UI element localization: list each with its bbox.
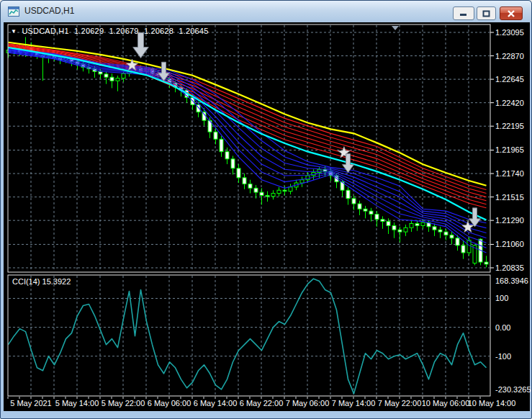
candle-body [116,78,120,81]
candle-body [306,176,310,180]
candle-body [364,209,367,211]
price-scale-label: 1.20835 [495,263,524,273]
candle-body [358,204,361,209]
indicator-scale-label: 100 [495,294,508,303]
candle-body [122,73,125,78]
candle-body [461,245,465,253]
candle-body [243,178,246,184]
candle-body [421,222,425,225]
candle-body [450,235,454,238]
indicator-scale-label: 0.00 [495,323,510,333]
indicator-scale-label: -100 [495,352,511,361]
time-scale-label: 10 May 14:00 [468,399,516,408]
candle-body [214,132,217,139]
price-scale-label: 1.22195 [495,122,524,131]
quote-low: 1.20628 [144,27,173,35]
candle-body [231,159,235,168]
candle-body [444,232,448,235]
price-scale-label: 1.22870 [495,52,524,61]
candle-body [375,214,379,219]
cci-line [9,279,487,394]
price-scale-label: 1.23095 [495,28,524,37]
long-ema-ribbon [9,45,487,200]
candle-body [300,180,304,183]
candle-body [260,192,263,195]
time-scale-label: 6 May 14:00 [194,399,238,408]
candle-body [110,77,114,81]
candle-body [433,227,436,230]
price-scale-label: 1.22645 [495,75,524,84]
time-scale-label: 5 May 22:00 [102,399,145,408]
long-ema-ribbon [9,46,487,204]
candle-body [104,74,108,77]
price-scale-label: 1.21965 [495,145,524,155]
indicator-panel-border [8,275,490,396]
time-scale-label: 7 May 06:00 [286,399,330,408]
candle-body [438,230,442,232]
time-scale-label: 5 May 14:00 [55,399,99,408]
indicator-scale-label: 168.3946 [495,276,528,286]
price-scale-label: 1.22420 [495,99,524,108]
candle-body [415,224,419,226]
chart-window: USDCAD,H1 ▼ USDCAD,H1 1.20629 1.20679 1.… [0,0,532,419]
candle-body [398,230,402,232]
candle-body [404,227,407,232]
candle-body [289,187,292,192]
quote-header[interactable]: ▼ USDCAD,H1 1.20629 1.20679 1.20628 1.20… [11,27,212,35]
price-scale-label: 1.21290 [495,216,524,225]
indicator-header: CCI(14) 15.3922 [12,277,71,286]
candle-body [248,184,252,189]
time-scale-label: 7 May 22:00 [378,399,422,408]
candle-body [254,188,258,192]
price-chart-canvas[interactable] [1,1,532,419]
indicator-scale-label: -230.3265 [495,385,531,395]
price-scale-label: 1.21515 [495,193,524,202]
indicator-name: CCI(14) [12,277,40,286]
candle-body [410,224,413,228]
quote-high: 1.20679 [109,27,138,35]
candle-body [387,222,390,226]
sell-arrow-icon [158,62,170,81]
candle-body [237,168,240,178]
candle-body [456,238,459,245]
candle-body [346,190,350,199]
candle-body [369,211,373,214]
price-scale-label: 1.21740 [495,169,524,179]
short-ema-ribbon [9,50,487,238]
time-scale-label: 6 May 22:00 [240,399,284,408]
time-scale-label: 10 May 06:00 [422,399,470,408]
symbol-dropdown-icon[interactable]: ▼ [11,28,17,35]
chart-shift-marker-icon[interactable] [392,26,399,30]
time-scale-label: 7 May 14:00 [332,399,376,408]
quote-close: 1.20645 [179,27,208,35]
candle-body [225,152,229,159]
quote-symbol: USDCAD,H1 [22,27,68,35]
candle-body [266,195,269,196]
candle-body [220,139,223,151]
indicator-value: 15.3922 [42,277,71,286]
quote-open: 1.20629 [74,27,104,35]
short-ema-ribbon [9,51,487,243]
time-scale-label: 6 May 06:00 [148,399,191,408]
candle-body [271,194,275,197]
candle-body [484,262,488,264]
candle-body [283,190,287,191]
candle-body [392,225,396,230]
long-ema-ribbon [9,45,487,194]
candle-body [352,199,356,204]
short-ema-ribbon [9,50,487,233]
candle-body [277,190,281,193]
short-ema-ribbon [9,53,487,253]
candle-body [381,220,384,222]
price-scale-label: 1.21060 [495,240,524,249]
candle-body [467,240,471,253]
mid-ma-line [9,48,487,220]
time-scale-label: 5 May 2021 [10,399,51,408]
sell-arrow-icon [133,32,149,58]
